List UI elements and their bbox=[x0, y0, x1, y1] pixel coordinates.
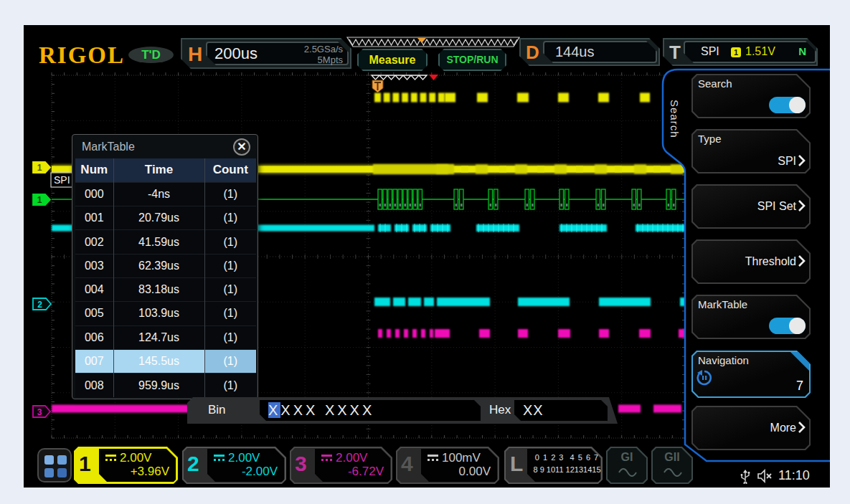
svg-text:2: 2 bbox=[37, 300, 42, 310]
svg-text:1: 1 bbox=[37, 195, 42, 205]
svg-text:1: 1 bbox=[37, 163, 42, 173]
svg-text:3: 3 bbox=[37, 407, 42, 417]
svg-text:SPI: SPI bbox=[54, 174, 70, 186]
